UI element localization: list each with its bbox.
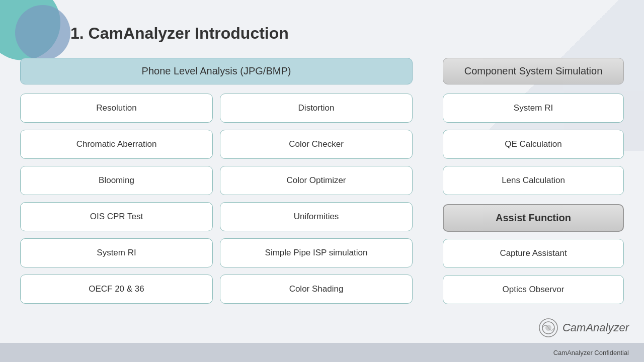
item-color-shading[interactable]: Color Shading (220, 275, 413, 304)
camanalyzer-logo-icon (538, 318, 558, 338)
component-system-header: Component System Simulation (443, 58, 624, 84)
right-section: Component System Simulation System RI QE… (443, 58, 624, 304)
logo-area: CamAnalyzer (538, 318, 629, 338)
item-qe-calculation[interactable]: QE Calculation (443, 130, 624, 159)
item-distortion[interactable]: Distortion (220, 94, 413, 123)
page-title: 1. CamAnalyzer Introduction (70, 24, 624, 43)
component-items-grid: System RI QE Calculation Lens Calculatio… (443, 94, 624, 195)
item-color-optimizer[interactable]: Color Optimizer (220, 166, 413, 195)
item-simple-pipe[interactable]: Simple Pipe ISP simulation (220, 238, 413, 267)
item-color-checker[interactable]: Color Checker (220, 130, 413, 159)
footer-text: CamAnalyzer Confidential (553, 349, 629, 356)
item-chromatic-aberration[interactable]: Chromatic Aberration (20, 130, 213, 159)
left-section: Phone Level Analysis (JPG/BMP) Resolutio… (20, 58, 413, 304)
item-ois-cpr-test[interactable]: OIS CPR Test (20, 202, 213, 231)
item-system-ri-right[interactable]: System RI (443, 94, 624, 123)
items-grid: Resolution Distortion Chromatic Aberrati… (20, 94, 413, 304)
item-optics-observor[interactable]: Optics Observor (443, 275, 624, 304)
item-blooming[interactable]: Blooming (20, 166, 213, 195)
assist-function-header: Assist Function (443, 204, 624, 232)
assist-items-grid: Capture Assistant Optics Observor (443, 239, 624, 304)
item-uniformities[interactable]: Uniformities (220, 202, 413, 231)
phone-level-header: Phone Level Analysis (JPG/BMP) (20, 58, 413, 84)
main-layout: Phone Level Analysis (JPG/BMP) Resolutio… (20, 58, 624, 304)
item-lens-calculation[interactable]: Lens Calculation (443, 166, 624, 195)
item-capture-assistant[interactable]: Capture Assistant (443, 239, 624, 268)
logo-text: CamAnalyzer (562, 321, 629, 334)
footer: CamAnalyzer Confidential (0, 343, 644, 362)
item-oecf[interactable]: OECF 20 & 36 (20, 275, 213, 304)
item-resolution[interactable]: Resolution (20, 94, 213, 123)
item-system-ri-left[interactable]: System RI (20, 238, 213, 267)
